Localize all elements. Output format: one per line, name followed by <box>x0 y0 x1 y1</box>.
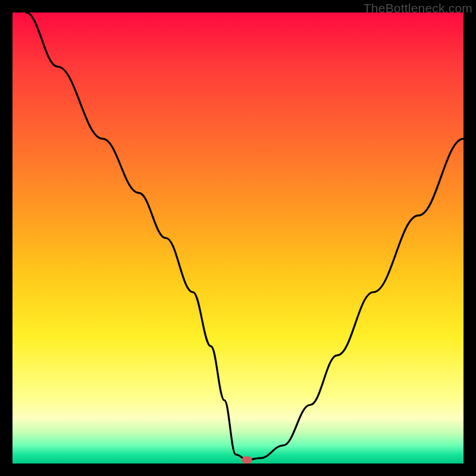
bottleneck-curve <box>12 12 464 464</box>
plot-area <box>12 12 464 464</box>
watermark-text: TheBottleneck.com <box>364 1 472 15</box>
optimal-point-marker <box>242 456 252 464</box>
chart-frame: TheBottleneck.com <box>0 0 476 476</box>
